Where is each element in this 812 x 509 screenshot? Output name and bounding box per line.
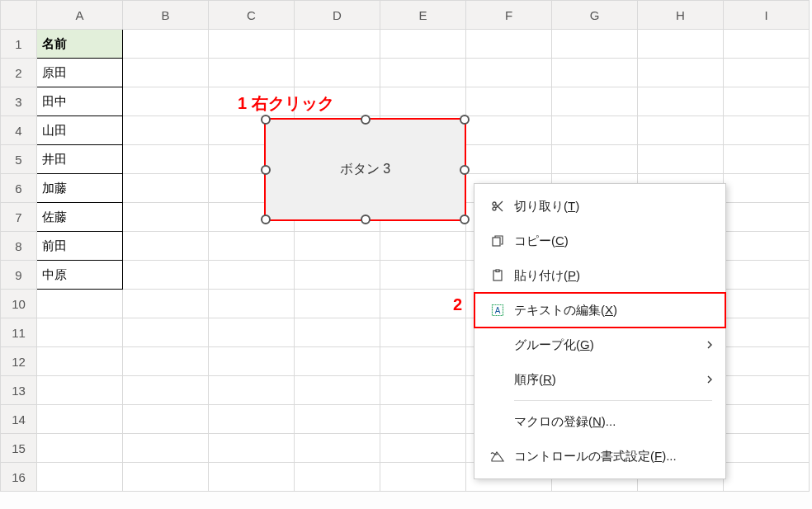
- resize-handle-bottom-left[interactable]: [261, 214, 271, 224]
- cell[interactable]: [123, 434, 209, 463]
- cell-A3[interactable]: 田中: [37, 87, 123, 116]
- cell[interactable]: [466, 116, 552, 145]
- cell[interactable]: [380, 376, 466, 405]
- cell[interactable]: [295, 434, 380, 463]
- cell-A8[interactable]: 前田: [37, 232, 123, 261]
- cell[interactable]: [638, 30, 724, 59]
- cell-A4[interactable]: 山田: [37, 116, 123, 145]
- cell[interactable]: [123, 405, 209, 434]
- cell[interactable]: [123, 87, 209, 116]
- cell[interactable]: [638, 59, 724, 87]
- ctx-format-control[interactable]: コントロールの書式設定(F)...: [474, 439, 725, 474]
- cell[interactable]: [724, 116, 810, 145]
- cell[interactable]: [123, 347, 209, 376]
- cell[interactable]: [37, 318, 123, 347]
- col-head-A[interactable]: A: [37, 1, 123, 30]
- cell[interactable]: [209, 434, 295, 463]
- resize-handle-bottom-center[interactable]: [361, 214, 371, 224]
- cell[interactable]: [724, 261, 810, 290]
- cell[interactable]: [724, 203, 810, 232]
- cell[interactable]: [123, 145, 209, 174]
- ctx-order[interactable]: 順序(R): [474, 362, 725, 397]
- col-head-C[interactable]: C: [209, 1, 295, 30]
- cell[interactable]: [552, 30, 638, 59]
- col-head-I[interactable]: I: [724, 1, 810, 30]
- resize-handle-top-center[interactable]: [361, 115, 371, 125]
- cell[interactable]: [380, 347, 466, 376]
- cell[interactable]: [123, 376, 209, 405]
- cell[interactable]: [123, 232, 209, 261]
- cell-A6[interactable]: 加藤: [37, 174, 123, 203]
- row-head-15[interactable]: 15: [1, 434, 37, 463]
- cell-A1[interactable]: 名前: [37, 30, 123, 59]
- cell-A7[interactable]: 佐藤: [37, 203, 123, 232]
- cell[interactable]: [37, 463, 123, 492]
- cell-A2[interactable]: 原田: [37, 59, 123, 87]
- cell[interactable]: [37, 347, 123, 376]
- col-head-E[interactable]: E: [380, 1, 466, 30]
- resize-handle-bottom-right[interactable]: [460, 214, 470, 224]
- cell[interactable]: [724, 463, 810, 492]
- ctx-edit-text[interactable]: A テキストの編集(X): [474, 293, 725, 328]
- col-head-B[interactable]: B: [123, 1, 209, 30]
- resize-handle-middle-left[interactable]: [261, 165, 271, 175]
- cell[interactable]: [37, 290, 123, 318]
- cell[interactable]: [209, 59, 295, 87]
- form-button-shape[interactable]: ボタン 3: [265, 119, 465, 220]
- cell[interactable]: [724, 347, 810, 376]
- cell[interactable]: [552, 59, 638, 87]
- cell[interactable]: [37, 434, 123, 463]
- cell[interactable]: [123, 116, 209, 145]
- cell[interactable]: [295, 376, 380, 405]
- cell[interactable]: [295, 261, 380, 290]
- cell[interactable]: [209, 463, 295, 492]
- cell[interactable]: [466, 145, 552, 174]
- row-head-12[interactable]: 12: [1, 347, 37, 376]
- cell[interactable]: [295, 405, 380, 434]
- row-head-14[interactable]: 14: [1, 405, 37, 434]
- col-head-G[interactable]: G: [552, 1, 638, 30]
- cell[interactable]: [295, 463, 380, 492]
- cell[interactable]: [552, 116, 638, 145]
- ctx-copy[interactable]: コピー(C): [474, 224, 725, 258]
- cell[interactable]: [724, 290, 810, 318]
- row-head-11[interactable]: 11: [1, 318, 37, 347]
- cell[interactable]: [295, 232, 380, 261]
- cell[interactable]: [209, 290, 295, 318]
- cell[interactable]: [123, 463, 209, 492]
- cell[interactable]: [37, 376, 123, 405]
- col-head-F[interactable]: F: [466, 1, 552, 30]
- row-head-3[interactable]: 3: [1, 87, 37, 116]
- cell[interactable]: [638, 87, 724, 116]
- resize-handle-top-left[interactable]: [261, 115, 271, 125]
- cell[interactable]: [466, 59, 552, 87]
- row-head-5[interactable]: 5: [1, 145, 37, 174]
- cell[interactable]: [123, 290, 209, 318]
- resize-handle-top-right[interactable]: [460, 115, 470, 125]
- cell[interactable]: [209, 376, 295, 405]
- col-head-D[interactable]: D: [295, 1, 380, 30]
- cell[interactable]: [466, 87, 552, 116]
- row-head-9[interactable]: 9: [1, 261, 37, 290]
- cell-A9[interactable]: 中原: [37, 261, 123, 290]
- ctx-assign-macro[interactable]: マクロの登録(N)...: [474, 404, 725, 439]
- ctx-cut[interactable]: 切り取り(T): [474, 189, 725, 224]
- row-head-1[interactable]: 1: [1, 30, 37, 59]
- cell[interactable]: [724, 232, 810, 261]
- cell[interactable]: [638, 145, 724, 174]
- cell[interactable]: [295, 347, 380, 376]
- cell[interactable]: [552, 87, 638, 116]
- cell[interactable]: [638, 116, 724, 145]
- cell[interactable]: [380, 261, 466, 290]
- cell[interactable]: [209, 347, 295, 376]
- cell[interactable]: [123, 174, 209, 203]
- cell[interactable]: [123, 261, 209, 290]
- col-head-H[interactable]: H: [638, 1, 724, 30]
- cell[interactable]: [295, 290, 380, 318]
- resize-handle-middle-right[interactable]: [460, 165, 470, 175]
- row-head-2[interactable]: 2: [1, 59, 37, 87]
- cell[interactable]: [209, 232, 295, 261]
- cell[interactable]: [295, 59, 380, 87]
- cell[interactable]: [724, 87, 810, 116]
- cell[interactable]: [123, 30, 209, 59]
